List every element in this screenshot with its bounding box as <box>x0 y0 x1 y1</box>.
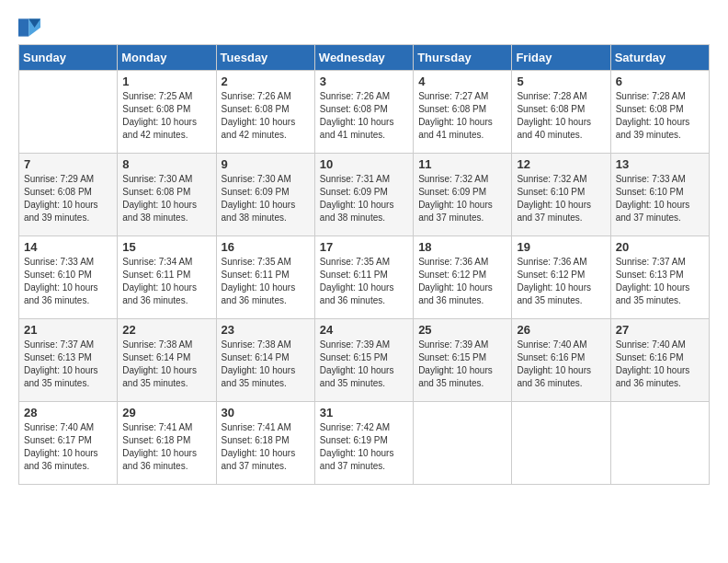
day-info: Sunrise: 7:35 AM Sunset: 6:11 PM Dayligh… <box>222 256 310 307</box>
logo <box>18 18 44 37</box>
day-number: 5 <box>517 75 605 88</box>
day-number: 7 <box>24 157 112 171</box>
day-number: 21 <box>24 323 112 337</box>
day-info: Sunrise: 7:41 AM Sunset: 6:18 PM Dayligh… <box>122 421 210 473</box>
day-cell: 20Sunrise: 7:37 AM Sunset: 6:13 PM Dayli… <box>610 236 709 319</box>
day-number: 27 <box>616 323 704 337</box>
week-row-1: 1Sunrise: 7:25 AM Sunset: 6:08 PM Daylig… <box>19 71 710 154</box>
header-row: SundayMondayTuesdayWednesdayThursdayFrid… <box>19 45 710 71</box>
day-cell: 14Sunrise: 7:33 AM Sunset: 6:10 PM Dayli… <box>19 236 118 319</box>
day-number: 10 <box>320 157 408 171</box>
day-cell: 24Sunrise: 7:39 AM Sunset: 6:15 PM Dayli… <box>314 319 413 402</box>
week-row-2: 7Sunrise: 7:29 AM Sunset: 6:08 PM Daylig… <box>19 154 710 236</box>
day-cell: 8Sunrise: 7:30 AM Sunset: 6:08 PM Daylig… <box>118 154 216 236</box>
day-cell: 2Sunrise: 7:26 AM Sunset: 6:08 PM Daylig… <box>216 71 314 154</box>
calendar-table: SundayMondayTuesdayWednesdayThursdayFrid… <box>18 44 710 485</box>
day-number: 17 <box>320 240 408 254</box>
svg-rect-0 <box>18 18 28 36</box>
day-cell: 6Sunrise: 7:28 AM Sunset: 6:08 PM Daylig… <box>610 71 709 154</box>
day-info: Sunrise: 7:36 AM Sunset: 6:12 PM Dayligh… <box>418 256 506 307</box>
header-saturday: Saturday <box>610 45 709 71</box>
day-cell: 29Sunrise: 7:41 AM Sunset: 6:18 PM Dayli… <box>118 402 216 485</box>
day-info: Sunrise: 7:35 AM Sunset: 6:11 PM Dayligh… <box>320 256 408 307</box>
day-number: 6 <box>616 75 704 88</box>
day-info: Sunrise: 7:40 AM Sunset: 6:16 PM Dayligh… <box>616 339 704 390</box>
day-number: 30 <box>222 406 310 419</box>
day-number: 16 <box>222 240 310 254</box>
day-info: Sunrise: 7:28 AM Sunset: 6:08 PM Dayligh… <box>517 90 605 142</box>
day-cell: 7Sunrise: 7:29 AM Sunset: 6:08 PM Daylig… <box>19 154 118 236</box>
day-cell: 10Sunrise: 7:31 AM Sunset: 6:09 PM Dayli… <box>314 154 413 236</box>
header-tuesday: Tuesday <box>216 45 314 71</box>
day-info: Sunrise: 7:25 AM Sunset: 6:08 PM Dayligh… <box>122 90 210 142</box>
day-cell: 21Sunrise: 7:37 AM Sunset: 6:13 PM Dayli… <box>19 319 118 402</box>
day-info: Sunrise: 7:33 AM Sunset: 6:10 PM Dayligh… <box>616 173 704 224</box>
day-cell: 25Sunrise: 7:39 AM Sunset: 6:15 PM Dayli… <box>414 319 512 402</box>
day-info: Sunrise: 7:26 AM Sunset: 6:08 PM Dayligh… <box>222 90 310 142</box>
day-number: 26 <box>517 323 605 337</box>
day-number: 24 <box>320 323 408 337</box>
week-row-5: 28Sunrise: 7:40 AM Sunset: 6:17 PM Dayli… <box>19 402 710 485</box>
week-row-3: 14Sunrise: 7:33 AM Sunset: 6:10 PM Dayli… <box>19 236 710 319</box>
day-info: Sunrise: 7:34 AM Sunset: 6:11 PM Dayligh… <box>122 256 210 307</box>
day-info: Sunrise: 7:37 AM Sunset: 6:13 PM Dayligh… <box>24 339 112 390</box>
day-number: 31 <box>320 406 408 419</box>
day-info: Sunrise: 7:27 AM Sunset: 6:08 PM Dayligh… <box>418 90 506 142</box>
day-number: 13 <box>616 157 704 171</box>
day-number: 23 <box>222 323 310 337</box>
day-number: 25 <box>418 323 506 337</box>
day-info: Sunrise: 7:30 AM Sunset: 6:09 PM Dayligh… <box>222 173 310 224</box>
day-number: 22 <box>122 323 210 337</box>
day-number: 12 <box>517 157 605 171</box>
header-wednesday: Wednesday <box>314 45 413 71</box>
day-info: Sunrise: 7:39 AM Sunset: 6:15 PM Dayligh… <box>320 339 408 390</box>
day-cell <box>512 402 610 485</box>
day-info: Sunrise: 7:26 AM Sunset: 6:08 PM Dayligh… <box>320 90 408 142</box>
day-number: 14 <box>24 240 112 254</box>
day-number: 1 <box>122 75 210 88</box>
day-number: 9 <box>222 157 310 171</box>
header-sunday: Sunday <box>19 45 118 71</box>
day-info: Sunrise: 7:31 AM Sunset: 6:09 PM Dayligh… <box>320 173 408 224</box>
day-cell: 28Sunrise: 7:40 AM Sunset: 6:17 PM Dayli… <box>19 402 118 485</box>
day-number: 3 <box>320 75 408 88</box>
day-cell: 12Sunrise: 7:32 AM Sunset: 6:10 PM Dayli… <box>512 154 610 236</box>
week-row-4: 21Sunrise: 7:37 AM Sunset: 6:13 PM Dayli… <box>19 319 710 402</box>
day-cell: 15Sunrise: 7:34 AM Sunset: 6:11 PM Dayli… <box>118 236 216 319</box>
day-cell <box>19 71 118 154</box>
day-number: 15 <box>122 240 210 254</box>
day-cell: 26Sunrise: 7:40 AM Sunset: 6:16 PM Dayli… <box>512 319 610 402</box>
day-info: Sunrise: 7:30 AM Sunset: 6:08 PM Dayligh… <box>122 173 210 224</box>
day-cell: 27Sunrise: 7:40 AM Sunset: 6:16 PM Dayli… <box>610 319 709 402</box>
header-thursday: Thursday <box>414 45 512 71</box>
day-info: Sunrise: 7:42 AM Sunset: 6:19 PM Dayligh… <box>320 421 408 473</box>
day-number: 8 <box>122 157 210 171</box>
day-info: Sunrise: 7:41 AM Sunset: 6:18 PM Dayligh… <box>222 421 310 473</box>
day-info: Sunrise: 7:37 AM Sunset: 6:13 PM Dayligh… <box>616 256 704 307</box>
day-info: Sunrise: 7:38 AM Sunset: 6:14 PM Dayligh… <box>222 339 310 390</box>
day-cell: 3Sunrise: 7:26 AM Sunset: 6:08 PM Daylig… <box>314 71 413 154</box>
day-cell: 13Sunrise: 7:33 AM Sunset: 6:10 PM Dayli… <box>610 154 709 236</box>
day-info: Sunrise: 7:40 AM Sunset: 6:17 PM Dayligh… <box>24 421 112 473</box>
day-info: Sunrise: 7:29 AM Sunset: 6:08 PM Dayligh… <box>24 173 112 224</box>
day-cell: 31Sunrise: 7:42 AM Sunset: 6:19 PM Dayli… <box>314 402 413 485</box>
day-info: Sunrise: 7:39 AM Sunset: 6:15 PM Dayligh… <box>418 339 506 390</box>
day-cell: 11Sunrise: 7:32 AM Sunset: 6:09 PM Dayli… <box>414 154 512 236</box>
day-cell: 16Sunrise: 7:35 AM Sunset: 6:11 PM Dayli… <box>216 236 314 319</box>
header-monday: Monday <box>118 45 216 71</box>
day-cell: 5Sunrise: 7:28 AM Sunset: 6:08 PM Daylig… <box>512 71 610 154</box>
day-number: 19 <box>517 240 605 254</box>
day-number: 2 <box>222 75 310 88</box>
logo-icon <box>18 18 40 37</box>
header-friday: Friday <box>512 45 610 71</box>
day-cell: 9Sunrise: 7:30 AM Sunset: 6:09 PM Daylig… <box>216 154 314 236</box>
day-info: Sunrise: 7:32 AM Sunset: 6:09 PM Dayligh… <box>418 173 506 224</box>
day-info: Sunrise: 7:38 AM Sunset: 6:14 PM Dayligh… <box>122 339 210 390</box>
day-number: 11 <box>418 157 506 171</box>
day-number: 18 <box>418 240 506 254</box>
day-cell: 22Sunrise: 7:38 AM Sunset: 6:14 PM Dayli… <box>118 319 216 402</box>
day-info: Sunrise: 7:36 AM Sunset: 6:12 PM Dayligh… <box>517 256 605 307</box>
day-info: Sunrise: 7:28 AM Sunset: 6:08 PM Dayligh… <box>616 90 704 142</box>
day-info: Sunrise: 7:33 AM Sunset: 6:10 PM Dayligh… <box>24 256 112 307</box>
day-number: 4 <box>418 75 506 88</box>
